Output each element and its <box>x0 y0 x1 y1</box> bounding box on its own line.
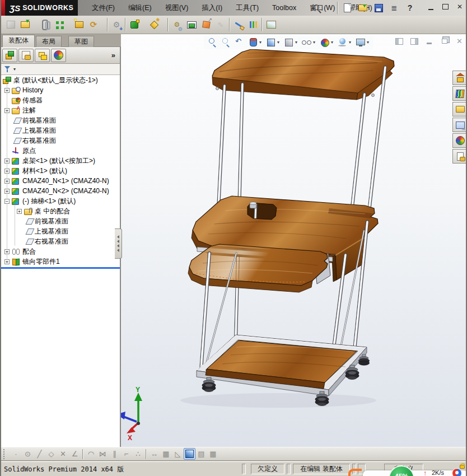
toolbar-button-icon[interactable] <box>231 17 246 32</box>
tree-expander[interactable]: + <box>4 189 10 194</box>
tree-node-label[interactable]: 上视基准面 <box>35 227 68 236</box>
sketch-tool-button[interactable]: ▤ <box>195 448 207 460</box>
sketch-tool-button[interactable]: ⌐ <box>120 448 132 460</box>
document-control-button[interactable] <box>423 36 435 46</box>
net-speed-widget[interactable] <box>363 470 467 476</box>
tree-node-label[interactable]: 注解 <box>22 106 36 115</box>
tree-node-label[interactable]: History <box>22 86 43 94</box>
tree-node-label[interactable]: 桌架<1> (默认<按加工>) <box>22 156 95 166</box>
rollback-bar[interactable] <box>1 267 120 269</box>
tree-expander[interactable]: + <box>4 158 10 164</box>
toolbar-button-icon[interactable] <box>184 17 199 32</box>
quick-access-icon[interactable] <box>342 2 353 13</box>
tree-row[interactable]: 前视基准面 <box>1 115 120 125</box>
sketch-tool-button[interactable]: ▦ <box>160 448 172 460</box>
menu-item[interactable]: 文件(F) <box>85 0 122 16</box>
tree-row[interactable]: 右视基准面 <box>1 136 120 146</box>
window-control-button[interactable] <box>454 1 466 12</box>
tree-node-label[interactable]: 镜向零部件1 <box>22 257 60 267</box>
headsup-button[interactable]: ▾ <box>354 36 371 48</box>
headsup-button[interactable]: ▾ <box>336 36 353 48</box>
toolbar-button-icon[interactable] <box>127 17 142 32</box>
tree-node-label[interactable]: 原点 <box>22 146 36 156</box>
tree-node-label[interactable]: 桌 中的配合 <box>35 207 70 216</box>
toolbar-button-icon[interactable] <box>109 17 124 32</box>
tree-row[interactable]: − (-) 抽梯<1> (默认) <box>1 196 120 206</box>
filter-funnel-icon[interactable] <box>3 66 12 73</box>
headsup-button[interactable]: ▾ <box>246 36 264 48</box>
document-control-button[interactable] <box>408 36 420 46</box>
dropdown-caret-icon[interactable]: ▾ <box>276 40 281 45</box>
tree-row[interactable]: + CMAZ40_N<2> (CMAZ40-N) <box>1 186 120 196</box>
tree-node-label[interactable]: CMAZ40_N<1> (CMAZ40-N) <box>22 177 109 185</box>
sketch-tool-button[interactable]: ◠ <box>85 448 97 460</box>
sketch-tool-button[interactable]: ✕ <box>57 448 69 460</box>
dropdown-caret-icon[interactable]: ▾ <box>366 40 370 45</box>
tree-node-label[interactable]: 右视基准面 <box>22 136 56 146</box>
tree-node-label[interactable]: 上视基准面 <box>22 126 56 136</box>
tab-layout[interactable]: 布局 <box>36 36 62 47</box>
tree-row[interactable]: + 配合 <box>1 246 120 256</box>
tree-row[interactable]: + History <box>1 85 120 95</box>
filter-caret-icon[interactable]: ▾ <box>13 67 16 72</box>
tree-row[interactable]: + 注解 <box>1 105 120 115</box>
tab-sketch[interactable]: 草图 <box>68 36 94 47</box>
toolbar-button-icon[interactable] <box>199 17 213 32</box>
sketch-tool-button[interactable]: ╱ <box>34 448 45 460</box>
task-pane-button[interactable] <box>452 102 467 116</box>
tree-expander[interactable]: + <box>4 169 10 174</box>
toolbar-button-icon[interactable] <box>264 17 278 32</box>
chevron-expand-icon[interactable]: » <box>111 51 115 59</box>
toolbar-button-icon[interactable] <box>246 17 260 32</box>
window-control-button[interactable] <box>439 1 451 12</box>
tree-expander[interactable]: + <box>4 249 10 254</box>
headsup-button[interactable]: ▾ <box>282 36 300 48</box>
toolbar-drag-handle[interactable] <box>3 449 7 459</box>
tree-row[interactable]: + CMAZ40_N<1> (CMAZ40-N) <box>1 176 120 186</box>
sketch-tool-button[interactable]: ∠ <box>69 448 81 460</box>
tree-expander[interactable]: + <box>4 88 10 93</box>
sketch-tool-button[interactable]: ∴ <box>132 448 144 460</box>
toolbar-button-icon[interactable] <box>52 17 67 32</box>
task-pane-button[interactable] <box>452 133 467 148</box>
document-control-button[interactable] <box>438 36 450 46</box>
tree-row[interactable]: 传感器 <box>1 95 120 105</box>
headsup-button[interactable]: ▾ <box>206 36 219 48</box>
sketch-tool-button[interactable]: ◺ <box>172 448 184 460</box>
security-ball-icon[interactable] <box>452 469 461 476</box>
menu-item[interactable]: 插入(I) <box>195 0 229 16</box>
tree-node-label[interactable]: 传感器 <box>22 96 43 105</box>
dropdown-caret-icon[interactable]: ▾ <box>294 40 298 45</box>
sketch-tool-button[interactable]: ◇ <box>45 448 57 460</box>
tree-row[interactable]: + 桌 中的配合 <box>1 206 120 216</box>
tree-node-label[interactable]: 桌 (默认<默认_显示状态-1>) <box>13 76 98 85</box>
panel-splitter-handle[interactable] <box>115 228 122 259</box>
sketch-tool-button[interactable] <box>184 448 195 460</box>
headsup-button[interactable]: ▾ <box>233 36 246 48</box>
toolbar-button-icon[interactable] <box>38 17 52 32</box>
menu-item[interactable]: 视图(V) <box>158 0 195 16</box>
task-pane-button[interactable] <box>452 118 467 132</box>
headsup-button[interactable]: ▾ <box>300 36 317 48</box>
task-pane-button[interactable] <box>452 149 467 164</box>
toolbar-button-icon[interactable] <box>170 17 184 32</box>
headsup-button[interactable]: ▾ <box>264 36 282 48</box>
tree-row[interactable]: 原点 <box>1 146 120 156</box>
tree-node-label[interactable]: (-) 抽梯<1> (默认) <box>22 197 76 206</box>
document-control-button[interactable] <box>454 36 465 46</box>
tree-expander[interactable]: + <box>4 179 10 184</box>
task-pane-button[interactable] <box>452 86 467 101</box>
toolbar-button-icon[interactable] <box>86 17 101 32</box>
dropdown-caret-icon[interactable]: ▾ <box>330 40 334 45</box>
tab-assembly[interactable]: 装配体 <box>2 35 35 47</box>
tree-node-label[interactable]: CMAZ40_N<2> (CMAZ40-N) <box>22 187 109 195</box>
task-pane-button[interactable] <box>452 71 467 85</box>
tree-expander[interactable]: + <box>4 108 10 113</box>
toolbar-button-icon[interactable] <box>3 17 18 32</box>
tree-node-label[interactable]: 右视基准面 <box>35 237 68 246</box>
tree-row[interactable]: 右视基准面 <box>1 236 120 246</box>
tree-row[interactable]: + 桌架<1> (默认<按加工>) <box>1 156 120 166</box>
sketch-tool-button[interactable]: ⋈ <box>97 448 109 460</box>
tree-row[interactable]: + 材料<1> (默认) <box>1 166 120 176</box>
toolbar-button-icon[interactable] <box>18 17 32 32</box>
